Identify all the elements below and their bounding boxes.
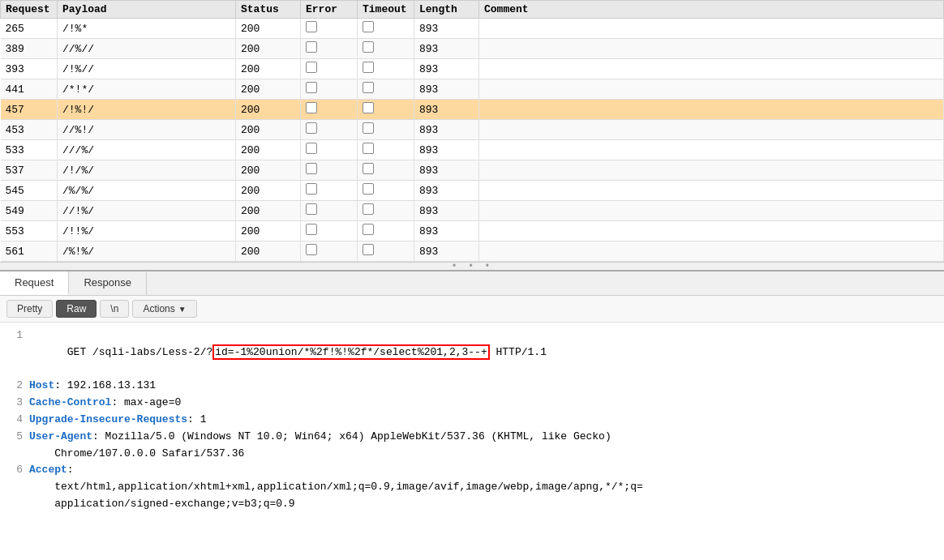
error-checkbox[interactable] [306,122,317,134]
cell-error [301,160,358,181]
cell-status: 200 [236,242,301,262]
cell-timeout [358,140,414,160]
cell-timeout [358,221,414,242]
table-row[interactable]: 561/%!%/200893 [1,242,944,262]
table-row[interactable]: 549//!%/200893 [1,201,944,221]
cell-status: 200 [236,39,301,59]
error-checkbox[interactable] [306,41,317,53]
error-checkbox[interactable] [306,102,317,113]
actions-button[interactable]: Actions ▼ [132,300,196,318]
cell-error [301,79,358,100]
timeout-checkbox[interactable] [363,244,374,255]
line-key: Host [29,379,54,391]
error-checkbox[interactable] [306,244,317,255]
timeout-checkbox[interactable] [363,122,374,134]
error-checkbox[interactable] [306,62,317,73]
cell-timeout [358,100,414,120]
tabs-bar: Request Response [0,271,944,296]
cell-status: 200 [236,201,301,221]
cell-comment [479,160,944,181]
request-line: 3Cache-Control: max-age=0 [8,395,936,412]
cell-timeout [358,160,414,181]
requests-table: Request Payload Status Error Timeout Len… [0,0,944,262]
cell-timeout [358,39,414,59]
cell-id: 457 [1,100,58,120]
table-row[interactable]: 545/%/%/200893 [1,181,944,201]
timeout-checkbox[interactable] [363,143,374,154]
line-key: User-Agent [29,430,92,442]
scroll-dots: • • • [451,261,492,272]
request-line: 5User-Agent: Mozilla/5.0 (Windows NT 10.… [8,429,936,446]
timeout-checkbox[interactable] [363,183,374,195]
error-checkbox[interactable] [306,21,317,32]
line-value: application/signed-exchange;v=b3;q=0.9 [29,498,295,510]
cell-timeout [358,242,414,262]
line-value: text/html,application/xhtml+xml,applicat… [29,481,643,493]
cell-id: 265 [1,19,58,39]
cell-error [301,140,358,160]
error-checkbox[interactable] [306,183,317,195]
cell-payload: //!%/ [58,201,236,221]
cell-status: 200 [236,160,301,181]
table-scroll-indicator[interactable]: • • • [0,262,944,270]
cell-id: 549 [1,201,58,221]
error-checkbox[interactable] [306,163,317,174]
error-checkbox[interactable] [306,203,317,215]
cell-comment [479,120,944,140]
timeout-checkbox[interactable] [363,41,374,53]
table-row[interactable]: 265/!%*200893 [1,19,944,39]
table-row[interactable]: 457/!%!/200893 [1,100,944,120]
timeout-checkbox[interactable] [363,82,374,93]
table-row[interactable]: 553/!!%/200893 [1,221,944,242]
line-content: Cache-Control: max-age=0 [29,395,936,412]
cell-status: 200 [236,79,301,100]
col-header-status: Status [236,1,301,19]
error-checkbox[interactable] [306,224,317,235]
table-row[interactable]: 441/*!*/200893 [1,79,944,100]
cell-payload: /!%* [58,19,236,39]
timeout-checkbox[interactable] [363,102,374,113]
col-header-length: Length [414,1,479,19]
cell-status: 200 [236,120,301,140]
cell-length: 893 [414,79,479,100]
newline-button[interactable]: \n [100,300,129,318]
tab-request[interactable]: Request [0,271,69,295]
cell-timeout [358,120,414,140]
cell-comment [479,221,944,242]
cell-error [301,120,358,140]
table-row[interactable]: 389//%//200893 [1,39,944,59]
table-row[interactable]: 537/!/%/200893 [1,160,944,181]
cell-length: 893 [414,221,479,242]
cell-id: 441 [1,79,58,100]
line-value: : max-age=0 [111,396,181,408]
line-num: 2 [8,378,23,395]
col-header-timeout: Timeout [358,1,414,19]
error-checkbox[interactable] [306,82,317,93]
line-value: : 192.168.13.131 [54,379,156,391]
cell-id: 533 [1,140,58,160]
timeout-checkbox[interactable] [363,21,374,32]
cell-timeout [358,181,414,201]
line-content: Chrome/107.0.0.0 Safari/537.36 [29,446,936,463]
table-row[interactable]: 453//%!/200893 [1,120,944,140]
raw-button[interactable]: Raw [56,300,97,318]
timeout-checkbox[interactable] [363,203,374,215]
cell-timeout [358,59,414,79]
table-row[interactable]: 393/!%//200893 [1,59,944,79]
col-header-error: Error [301,1,358,19]
error-checkbox[interactable] [306,143,317,154]
cell-status: 200 [236,19,301,39]
cell-error [301,201,358,221]
timeout-checkbox[interactable] [363,163,374,174]
timeout-checkbox[interactable] [363,224,374,235]
pretty-button[interactable]: Pretty [6,300,53,318]
timeout-checkbox[interactable] [363,62,374,73]
line-content: Host: 192.168.13.131 [29,378,936,395]
table-row[interactable]: 533///%/200893 [1,140,944,160]
cell-comment [479,242,944,262]
tab-response[interactable]: Response [69,271,147,295]
line1-suffix: HTTP/1.1 [490,346,547,358]
cell-payload: /!%!/ [58,100,236,120]
cell-status: 200 [236,100,301,120]
cell-comment [479,19,944,39]
